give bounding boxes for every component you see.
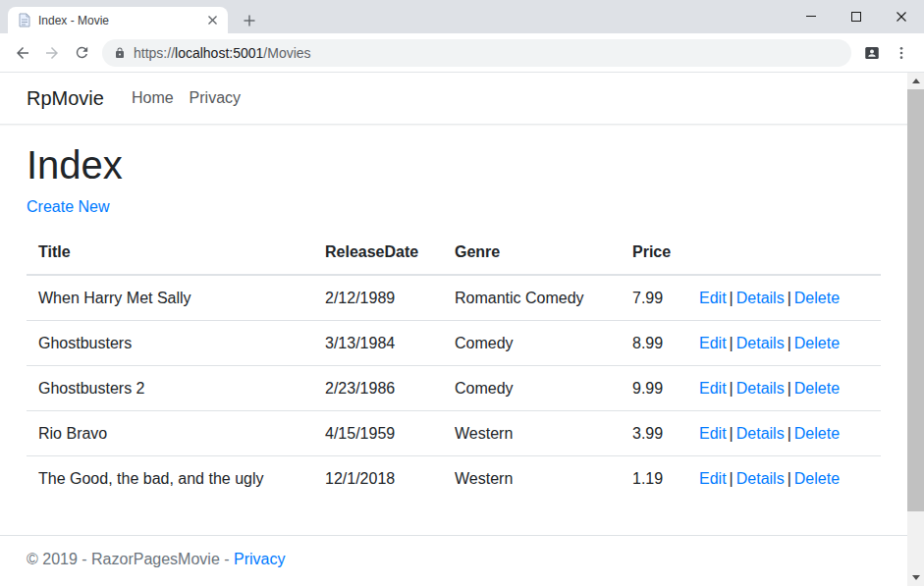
movie-genre-cell: Western xyxy=(443,411,621,456)
movie-price-cell: 7.99 xyxy=(621,275,687,321)
movie-date-cell: 3/13/1984 xyxy=(313,321,443,366)
nav-link-home[interactable]: Home xyxy=(124,81,182,115)
movie-actions-cell: Edit|Details|Delete xyxy=(687,366,881,411)
maximize-button[interactable] xyxy=(834,0,879,32)
scroll-down-button[interactable] xyxy=(907,569,924,586)
column-header-releasedate: ReleaseDate xyxy=(313,230,443,275)
movie-genre-cell: Comedy xyxy=(443,366,621,411)
edit-link[interactable]: Edit xyxy=(699,290,727,306)
movie-price-cell: 9.99 xyxy=(621,366,687,411)
movie-genre-cell: Comedy xyxy=(443,321,621,366)
action-separator: | xyxy=(730,470,734,487)
table-header-row: Title ReleaseDate Genre Price xyxy=(27,230,881,275)
site-navbar: RpMovie Home Privacy xyxy=(0,73,907,125)
url-host: localhost:5001 xyxy=(175,45,263,61)
table-row: Ghostbusters 2 2/23/1986 Comedy 9.99 Edi… xyxy=(27,366,881,411)
minimize-button[interactable] xyxy=(788,0,834,32)
edit-link[interactable]: Edit xyxy=(699,470,727,487)
delete-link[interactable]: Delete xyxy=(794,425,840,442)
table-row: When Harry Met Sally 2/12/1989 Romantic … xyxy=(27,275,881,321)
delete-link[interactable]: Delete xyxy=(794,470,840,487)
table-row: Rio Bravo 4/15/1959 Western 3.99 Edit|De… xyxy=(27,411,881,456)
lock-icon xyxy=(114,46,126,60)
column-header-title: Title xyxy=(27,230,313,275)
movie-genre-cell: Romantic Comedy xyxy=(443,275,621,321)
details-link[interactable]: Details xyxy=(736,380,785,397)
url-path: /Movies xyxy=(263,45,310,61)
new-tab-button[interactable] xyxy=(236,7,263,33)
action-separator: | xyxy=(788,290,791,306)
url-scheme: https:// xyxy=(134,45,175,61)
movie-actions-cell: Edit|Details|Delete xyxy=(687,275,881,321)
web-page: RpMovie Home Privacy Index Create New Ti… xyxy=(0,73,907,586)
scrollbar-track[interactable] xyxy=(907,89,924,569)
details-link[interactable]: Details xyxy=(736,290,785,306)
edit-link[interactable]: Edit xyxy=(699,335,727,351)
movie-date-cell: 2/12/1989 xyxy=(313,275,443,321)
column-header-price: Price xyxy=(621,230,687,275)
movie-price-cell: 1.19 xyxy=(621,456,687,502)
profile-icon xyxy=(863,44,881,62)
action-separator: | xyxy=(788,335,791,351)
forward-arrow-icon xyxy=(43,44,61,62)
menu-button[interactable] xyxy=(887,38,916,68)
edit-link[interactable]: Edit xyxy=(699,425,727,442)
url-text: https://localhost:5001/Movies xyxy=(134,45,311,61)
delete-link[interactable]: Delete xyxy=(794,290,840,306)
browser-tab[interactable]: Index - Movie xyxy=(8,7,228,33)
action-separator: | xyxy=(788,380,791,397)
movie-title-cell: The Good, the bad, and the ugly xyxy=(27,456,313,502)
address-bar[interactable]: https://localhost:5001/Movies xyxy=(102,39,851,67)
main-content: Index Create New Title ReleaseDate Genre… xyxy=(0,125,907,535)
movie-date-cell: 12/1/2018 xyxy=(313,456,443,502)
details-link[interactable]: Details xyxy=(736,470,785,487)
action-separator: | xyxy=(730,380,734,397)
action-separator: | xyxy=(730,290,734,306)
back-arrow-icon xyxy=(14,44,31,62)
footer-privacy-link[interactable]: Privacy xyxy=(234,551,285,567)
movie-title-cell: Rio Bravo xyxy=(27,411,313,456)
movie-price-cell: 3.99 xyxy=(621,411,687,456)
plus-icon xyxy=(244,15,255,27)
brand-link[interactable]: RpMovie xyxy=(27,87,104,110)
action-separator: | xyxy=(788,470,791,487)
edit-link[interactable]: Edit xyxy=(699,380,727,397)
column-header-genre: Genre xyxy=(443,230,621,275)
action-separator: | xyxy=(730,425,734,442)
movie-price-cell: 8.99 xyxy=(621,321,687,366)
action-separator: | xyxy=(730,335,734,351)
tab-title: Index - Movie xyxy=(38,14,204,27)
details-link[interactable]: Details xyxy=(736,335,785,351)
vertical-scrollbar[interactable] xyxy=(907,73,924,586)
scroll-up-button[interactable] xyxy=(907,73,924,89)
scrollbar-thumb[interactable] xyxy=(907,89,924,511)
close-button[interactable] xyxy=(879,0,924,32)
movie-title-cell: When Harry Met Sally xyxy=(27,275,313,321)
nav-link-privacy[interactable]: Privacy xyxy=(182,81,248,115)
delete-link[interactable]: Delete xyxy=(794,380,840,397)
back-button[interactable] xyxy=(8,38,37,68)
delete-link[interactable]: Delete xyxy=(794,335,840,351)
tab-strip: Index - Movie xyxy=(0,0,924,33)
page-title: Index xyxy=(27,141,881,188)
browser-toolbar: https://localhost:5001/Movies xyxy=(0,33,924,73)
maximize-icon xyxy=(851,12,861,22)
movie-actions-cell: Edit|Details|Delete xyxy=(687,321,881,366)
create-new-link[interactable]: Create New xyxy=(27,198,109,215)
movie-date-cell: 2/23/1986 xyxy=(313,366,443,411)
profile-button[interactable] xyxy=(857,38,887,68)
column-header-actions xyxy=(687,230,881,275)
refresh-button[interactable] xyxy=(67,38,96,68)
details-link[interactable]: Details xyxy=(736,425,785,442)
movie-actions-cell: Edit|Details|Delete xyxy=(687,411,881,456)
site-footer: © 2019 - RazorPagesMovie - Privacy xyxy=(0,535,907,586)
movie-date-cell: 4/15/1959 xyxy=(313,411,443,456)
window-controls xyxy=(788,0,924,33)
browser-window: Index - Movie xyxy=(0,0,924,586)
table-row: The Good, the bad, and the ugly 12/1/201… xyxy=(27,456,881,502)
tab-close-icon[interactable] xyxy=(204,13,220,28)
movies-table: Title ReleaseDate Genre Price When Harry… xyxy=(27,230,881,501)
movie-genre-cell: Western xyxy=(443,456,621,502)
movie-actions-cell: Edit|Details|Delete xyxy=(687,456,881,502)
forward-button[interactable] xyxy=(37,38,67,68)
